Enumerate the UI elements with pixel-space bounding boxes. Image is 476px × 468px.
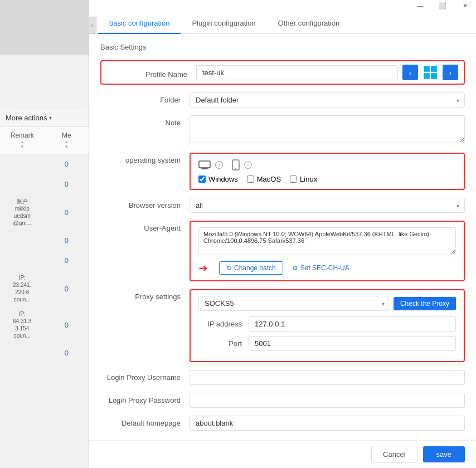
tab-plugin-configuration[interactable]: Plugin configuration [181, 13, 266, 34]
svg-point-8 [235, 168, 236, 169]
browser-version-select[interactable]: all [190, 198, 465, 213]
browser-version-row: Browser version all ▾ [100, 198, 465, 213]
os-row: operating system i [100, 153, 465, 190]
linux-label: Linux [300, 175, 317, 183]
proxy-type-select[interactable]: SOCKS5 HTTP HTTPS No proxy [198, 296, 389, 311]
default-homepage-row: Default homepage [100, 416, 465, 431]
proxy-settings-row: Proxy settings SOCKS5 HTTP HTTPS No prox… [100, 289, 465, 362]
svg-rect-0 [424, 66, 430, 72]
desktop-info-icon[interactable]: i [215, 161, 223, 169]
cancel-button[interactable]: Cancel [371, 446, 417, 463]
os-icons-row: i i [198, 159, 456, 170]
browser-version-select-wrap: all ▾ [190, 198, 465, 213]
ip-address-input[interactable] [249, 316, 456, 332]
close-button[interactable]: ✕ [454, 0, 476, 11]
user-agent-row: User-Agent Mozilla/5.0 (Windows NT 10.0;… [100, 221, 465, 281]
macos-label: MacOS [257, 175, 281, 183]
linux-checkbox[interactable] [290, 176, 297, 183]
col-me: Me ▲▼ [45, 130, 89, 150]
main-panel: — ⬜ ✕ basic configuration Plugin configu… [89, 0, 476, 468]
os-label: operating system [100, 153, 190, 164]
list-item: 0 [0, 251, 89, 271]
nav-arrows: ‹ › [402, 65, 458, 80]
gear-icon: ⚙ [292, 264, 298, 272]
tab-other-configuration[interactable]: Other configuration [267, 13, 351, 34]
list-item: 0 [0, 231, 89, 251]
left-rows: 0 0 账户mkkipuedsm@gm... 0 0 0 IP:23.241.2… [0, 154, 89, 363]
ua-actions: ➜ ↻ Change batch ⚙ Set SEC-CH-UA [198, 261, 456, 275]
windows-label: Windows [208, 175, 238, 183]
login-proxy-password-input[interactable] [190, 393, 465, 408]
more-actions-bar[interactable]: More actions ▾ [0, 109, 89, 127]
list-item: 0 [0, 343, 89, 363]
user-agent-textarea[interactable]: Mozilla/5.0 (Windows NT 10.0; WOW64) App… [198, 227, 456, 255]
login-proxy-username-label: Login Proxy Username [100, 370, 190, 382]
nav-prev-button[interactable]: ‹ [402, 65, 418, 80]
folder-select[interactable]: Default folder [190, 92, 465, 108]
tablet-info-icon[interactable]: i [244, 161, 252, 169]
svg-rect-3 [431, 73, 437, 79]
nav-next-button[interactable]: › [443, 65, 458, 80]
proxy-top-row: SOCKS5 HTTP HTTPS No proxy ▾ Check the P… [198, 296, 456, 311]
os-section: i i Windows [190, 153, 465, 190]
ip-address-label: IP address [198, 320, 249, 328]
window-controls: — ⬜ ✕ [409, 0, 476, 11]
note-row: Note [100, 115, 465, 145]
proxy-type-select-wrap: SOCKS5 HTTP HTTPS No proxy ▾ [198, 296, 389, 311]
proxy-settings-label: Proxy settings [100, 289, 190, 301]
default-homepage-input[interactable] [190, 416, 465, 431]
col-remark: Remark ▲▼ [0, 130, 45, 150]
panel-toggle[interactable]: › [89, 17, 96, 33]
user-agent-label: User-Agent [100, 221, 190, 232]
profile-name-section: Profile Name ‹ › [100, 60, 465, 85]
more-actions-label: More actions [6, 114, 47, 122]
tab-basic-configuration[interactable]: basic configuration [98, 13, 181, 34]
list-item: 0 [0, 174, 89, 194]
more-actions-chevron: ▾ [49, 115, 52, 121]
arrow-indicator-icon: ➜ [198, 261, 208, 275]
windows-checkbox-item[interactable]: Windows [198, 175, 238, 183]
list-item: 账户mkkipuedsm@gm... 0 [0, 194, 89, 231]
desktop-icon-button[interactable] [198, 160, 211, 169]
login-proxy-username-row: Login Proxy Username [100, 370, 465, 385]
port-row: Port [198, 336, 456, 351]
minimize-button[interactable]: — [409, 0, 431, 11]
folder-row: Folder Default folder ▾ [100, 92, 465, 108]
folder-label: Folder [100, 92, 190, 104]
windows-icon[interactable] [420, 65, 440, 80]
left-table-header: Remark ▲▼ Me ▲▼ [0, 127, 89, 154]
section-title: Basic Settings [100, 43, 465, 51]
list-item: IP:64.31.33.154coun... 0 [0, 307, 89, 343]
svg-rect-2 [424, 73, 430, 79]
note-textarea[interactable] [190, 115, 465, 143]
check-proxy-button[interactable]: Check the Proxy [394, 297, 456, 310]
macos-checkbox-item[interactable]: MacOS [247, 175, 281, 183]
tablet-icon-button[interactable] [232, 159, 240, 170]
left-panel: › More actions ▾ Remark ▲▼ Me ▲▼ 0 0 账户m… [0, 0, 89, 468]
linux-checkbox-item[interactable]: Linux [290, 175, 317, 183]
browser-version-label: Browser version [100, 198, 190, 209]
list-item: 0 [0, 154, 89, 174]
proxy-section: SOCKS5 HTTP HTTPS No proxy ▾ Check the P… [190, 289, 465, 362]
port-label: Port [198, 339, 249, 348]
refresh-icon: ↻ [226, 264, 232, 272]
default-homepage-label: Default homepage [100, 416, 190, 427]
port-input[interactable] [249, 336, 456, 351]
windows-checkbox[interactable] [198, 176, 206, 183]
folder-select-wrap: Default folder ▾ [190, 92, 465, 108]
set-sec-ch-ua-link[interactable]: ⚙ Set SEC-CH-UA [292, 264, 349, 272]
profile-name-input[interactable] [196, 65, 398, 80]
svg-rect-4 [199, 161, 210, 168]
bottom-bar: Cancel save [89, 440, 476, 468]
save-button[interactable]: save [423, 446, 465, 462]
os-checkboxes: Windows MacOS Linux [198, 175, 456, 183]
profile-name-label: Profile Name [107, 67, 196, 79]
change-batch-button[interactable]: ↻ Change batch [219, 261, 283, 275]
ip-address-row: IP address [198, 316, 456, 332]
restore-button[interactable]: ⬜ [431, 0, 454, 11]
login-proxy-username-input[interactable] [190, 370, 465, 385]
macos-checkbox[interactable] [247, 176, 254, 183]
login-proxy-password-row: Login Proxy Password [100, 393, 465, 408]
list-item: IP:23.241.220.6coun... 0 [0, 271, 89, 307]
ua-section: Mozilla/5.0 (Windows NT 10.0; WOW64) App… [190, 221, 465, 281]
